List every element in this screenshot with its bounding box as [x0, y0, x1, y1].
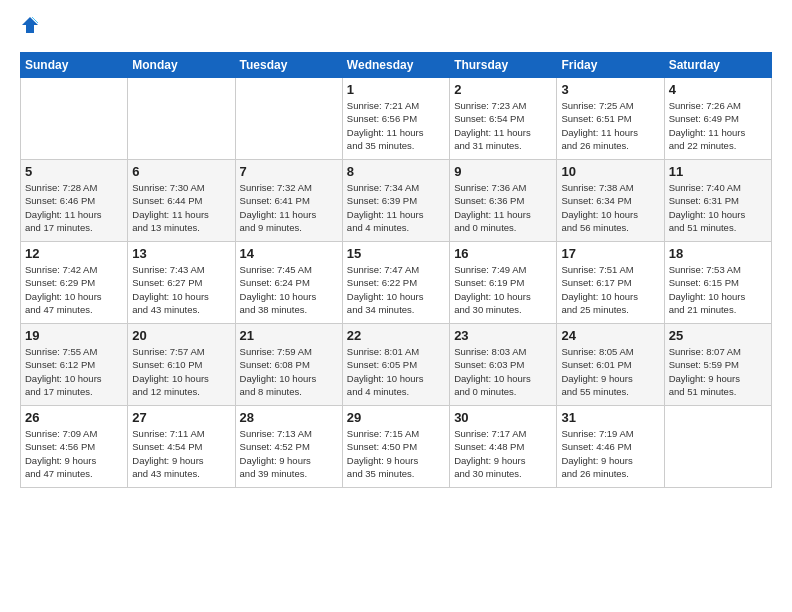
- calendar-cell: [128, 78, 235, 160]
- svg-marker-0: [22, 17, 38, 33]
- calendar-cell: 15Sunrise: 7:47 AM Sunset: 6:22 PM Dayli…: [342, 242, 449, 324]
- day-info: Sunrise: 7:42 AM Sunset: 6:29 PM Dayligh…: [25, 263, 123, 316]
- calendar-cell: 2Sunrise: 7:23 AM Sunset: 6:54 PM Daylig…: [450, 78, 557, 160]
- calendar-cell: 3Sunrise: 7:25 AM Sunset: 6:51 PM Daylig…: [557, 78, 664, 160]
- day-number: 25: [669, 328, 767, 343]
- day-info: Sunrise: 7:17 AM Sunset: 4:48 PM Dayligh…: [454, 427, 552, 480]
- calendar-cell: 30Sunrise: 7:17 AM Sunset: 4:48 PM Dayli…: [450, 406, 557, 488]
- calendar-cell: 6Sunrise: 7:30 AM Sunset: 6:44 PM Daylig…: [128, 160, 235, 242]
- day-info: Sunrise: 7:45 AM Sunset: 6:24 PM Dayligh…: [240, 263, 338, 316]
- day-number: 6: [132, 164, 230, 179]
- calendar-cell: 17Sunrise: 7:51 AM Sunset: 6:17 PM Dayli…: [557, 242, 664, 324]
- day-number: 7: [240, 164, 338, 179]
- calendar-cell: [21, 78, 128, 160]
- header-row: SundayMondayTuesdayWednesdayThursdayFrid…: [21, 53, 772, 78]
- day-info: Sunrise: 7:19 AM Sunset: 4:46 PM Dayligh…: [561, 427, 659, 480]
- week-row-4: 19Sunrise: 7:55 AM Sunset: 6:12 PM Dayli…: [21, 324, 772, 406]
- calendar-cell: 5Sunrise: 7:28 AM Sunset: 6:46 PM Daylig…: [21, 160, 128, 242]
- calendar-cell: 27Sunrise: 7:11 AM Sunset: 4:54 PM Dayli…: [128, 406, 235, 488]
- page: SundayMondayTuesdayWednesdayThursdayFrid…: [0, 0, 792, 612]
- week-row-3: 12Sunrise: 7:42 AM Sunset: 6:29 PM Dayli…: [21, 242, 772, 324]
- day-header-thursday: Thursday: [450, 53, 557, 78]
- logo: [20, 16, 39, 40]
- day-info: Sunrise: 7:53 AM Sunset: 6:15 PM Dayligh…: [669, 263, 767, 316]
- day-info: Sunrise: 7:40 AM Sunset: 6:31 PM Dayligh…: [669, 181, 767, 234]
- day-info: Sunrise: 7:32 AM Sunset: 6:41 PM Dayligh…: [240, 181, 338, 234]
- day-number: 17: [561, 246, 659, 261]
- calendar-cell: 31Sunrise: 7:19 AM Sunset: 4:46 PM Dayli…: [557, 406, 664, 488]
- calendar-cell: 11Sunrise: 7:40 AM Sunset: 6:31 PM Dayli…: [664, 160, 771, 242]
- day-header-saturday: Saturday: [664, 53, 771, 78]
- day-info: Sunrise: 7:59 AM Sunset: 6:08 PM Dayligh…: [240, 345, 338, 398]
- day-info: Sunrise: 8:07 AM Sunset: 5:59 PM Dayligh…: [669, 345, 767, 398]
- day-info: Sunrise: 7:34 AM Sunset: 6:39 PM Dayligh…: [347, 181, 445, 234]
- day-info: Sunrise: 7:49 AM Sunset: 6:19 PM Dayligh…: [454, 263, 552, 316]
- day-info: Sunrise: 8:03 AM Sunset: 6:03 PM Dayligh…: [454, 345, 552, 398]
- week-row-1: 1Sunrise: 7:21 AM Sunset: 6:56 PM Daylig…: [21, 78, 772, 160]
- day-number: 22: [347, 328, 445, 343]
- day-number: 23: [454, 328, 552, 343]
- day-number: 15: [347, 246, 445, 261]
- day-number: 13: [132, 246, 230, 261]
- calendar-cell: 4Sunrise: 7:26 AM Sunset: 6:49 PM Daylig…: [664, 78, 771, 160]
- calendar-cell: 14Sunrise: 7:45 AM Sunset: 6:24 PM Dayli…: [235, 242, 342, 324]
- day-info: Sunrise: 7:11 AM Sunset: 4:54 PM Dayligh…: [132, 427, 230, 480]
- calendar-cell: 1Sunrise: 7:21 AM Sunset: 6:56 PM Daylig…: [342, 78, 449, 160]
- day-header-wednesday: Wednesday: [342, 53, 449, 78]
- calendar-cell: 12Sunrise: 7:42 AM Sunset: 6:29 PM Dayli…: [21, 242, 128, 324]
- calendar-cell: 9Sunrise: 7:36 AM Sunset: 6:36 PM Daylig…: [450, 160, 557, 242]
- day-number: 2: [454, 82, 552, 97]
- day-info: Sunrise: 7:13 AM Sunset: 4:52 PM Dayligh…: [240, 427, 338, 480]
- day-info: Sunrise: 8:01 AM Sunset: 6:05 PM Dayligh…: [347, 345, 445, 398]
- day-number: 20: [132, 328, 230, 343]
- calendar-cell: 25Sunrise: 8:07 AM Sunset: 5:59 PM Dayli…: [664, 324, 771, 406]
- day-info: Sunrise: 8:05 AM Sunset: 6:01 PM Dayligh…: [561, 345, 659, 398]
- day-info: Sunrise: 7:30 AM Sunset: 6:44 PM Dayligh…: [132, 181, 230, 234]
- day-number: 3: [561, 82, 659, 97]
- day-info: Sunrise: 7:36 AM Sunset: 6:36 PM Dayligh…: [454, 181, 552, 234]
- day-info: Sunrise: 7:57 AM Sunset: 6:10 PM Dayligh…: [132, 345, 230, 398]
- day-header-tuesday: Tuesday: [235, 53, 342, 78]
- calendar-table: SundayMondayTuesdayWednesdayThursdayFrid…: [20, 52, 772, 488]
- day-number: 26: [25, 410, 123, 425]
- day-info: Sunrise: 7:25 AM Sunset: 6:51 PM Dayligh…: [561, 99, 659, 152]
- day-number: 12: [25, 246, 123, 261]
- calendar-cell: 10Sunrise: 7:38 AM Sunset: 6:34 PM Dayli…: [557, 160, 664, 242]
- calendar-cell: 19Sunrise: 7:55 AM Sunset: 6:12 PM Dayli…: [21, 324, 128, 406]
- calendar-cell: 28Sunrise: 7:13 AM Sunset: 4:52 PM Dayli…: [235, 406, 342, 488]
- calendar-cell: 24Sunrise: 8:05 AM Sunset: 6:01 PM Dayli…: [557, 324, 664, 406]
- day-info: Sunrise: 7:55 AM Sunset: 6:12 PM Dayligh…: [25, 345, 123, 398]
- calendar-cell: 7Sunrise: 7:32 AM Sunset: 6:41 PM Daylig…: [235, 160, 342, 242]
- day-info: Sunrise: 7:09 AM Sunset: 4:56 PM Dayligh…: [25, 427, 123, 480]
- day-number: 18: [669, 246, 767, 261]
- day-info: Sunrise: 7:28 AM Sunset: 6:46 PM Dayligh…: [25, 181, 123, 234]
- day-number: 19: [25, 328, 123, 343]
- day-info: Sunrise: 7:15 AM Sunset: 4:50 PM Dayligh…: [347, 427, 445, 480]
- day-number: 11: [669, 164, 767, 179]
- calendar-cell: 21Sunrise: 7:59 AM Sunset: 6:08 PM Dayli…: [235, 324, 342, 406]
- day-number: 29: [347, 410, 445, 425]
- calendar-cell: 26Sunrise: 7:09 AM Sunset: 4:56 PM Dayli…: [21, 406, 128, 488]
- day-number: 30: [454, 410, 552, 425]
- calendar-cell: 23Sunrise: 8:03 AM Sunset: 6:03 PM Dayli…: [450, 324, 557, 406]
- calendar-cell: [664, 406, 771, 488]
- day-info: Sunrise: 7:43 AM Sunset: 6:27 PM Dayligh…: [132, 263, 230, 316]
- day-number: 27: [132, 410, 230, 425]
- calendar-cell: 20Sunrise: 7:57 AM Sunset: 6:10 PM Dayli…: [128, 324, 235, 406]
- day-info: Sunrise: 7:47 AM Sunset: 6:22 PM Dayligh…: [347, 263, 445, 316]
- day-info: Sunrise: 7:51 AM Sunset: 6:17 PM Dayligh…: [561, 263, 659, 316]
- day-number: 4: [669, 82, 767, 97]
- day-number: 21: [240, 328, 338, 343]
- day-number: 8: [347, 164, 445, 179]
- week-row-2: 5Sunrise: 7:28 AM Sunset: 6:46 PM Daylig…: [21, 160, 772, 242]
- calendar-cell: 22Sunrise: 8:01 AM Sunset: 6:05 PM Dayli…: [342, 324, 449, 406]
- day-info: Sunrise: 7:38 AM Sunset: 6:34 PM Dayligh…: [561, 181, 659, 234]
- day-number: 1: [347, 82, 445, 97]
- day-info: Sunrise: 7:23 AM Sunset: 6:54 PM Dayligh…: [454, 99, 552, 152]
- day-number: 31: [561, 410, 659, 425]
- day-number: 16: [454, 246, 552, 261]
- calendar-cell: 13Sunrise: 7:43 AM Sunset: 6:27 PM Dayli…: [128, 242, 235, 324]
- day-header-friday: Friday: [557, 53, 664, 78]
- calendar-cell: 18Sunrise: 7:53 AM Sunset: 6:15 PM Dayli…: [664, 242, 771, 324]
- day-number: 14: [240, 246, 338, 261]
